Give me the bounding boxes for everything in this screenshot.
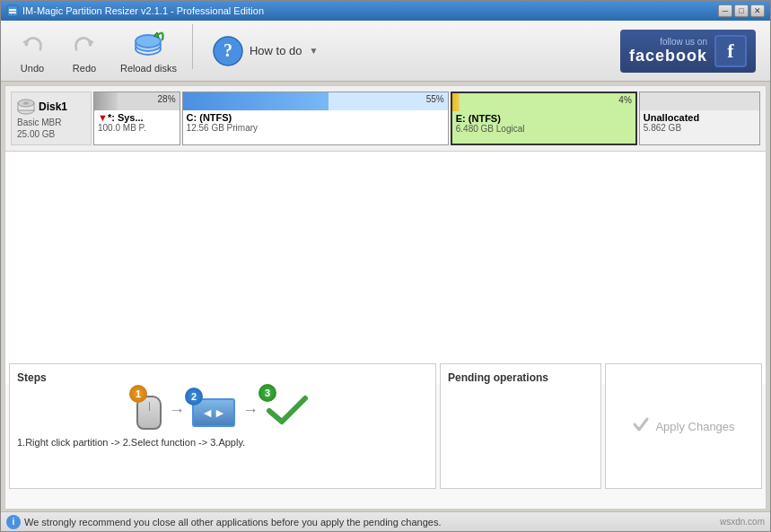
partition-sys[interactable]: 28% ▼*: Sys... 100.0 MB P. [93, 92, 180, 145]
apply-label: Apply Changes [655, 420, 734, 433]
howto-dropdown-icon[interactable]: ▼ [310, 46, 319, 56]
partition-unalloc-name: Unallocated [644, 112, 756, 123]
partition-c-info: C: (NTFS) 12.56 GB Primary [183, 110, 448, 144]
partition-container: 28% ▼*: Sys... 100.0 MB P. [93, 92, 760, 145]
apply-icon [632, 415, 650, 437]
partition-e-fill [452, 93, 460, 111]
toolbar-separator [192, 24, 193, 69]
window-title: IM-Magic Partition Resizer v2.1.1 - Prof… [22, 5, 264, 16]
steps-icons: 1 → 2 ◄► [17, 391, 428, 430]
content-area: Disk1 Basic MBR 25.00 GB 28% [4, 85, 767, 510]
partition-sys-bar: 28% [94, 92, 180, 110]
partition-sys-detail: 100.0 MB P. [98, 123, 176, 133]
redo-button[interactable]: Redo [60, 24, 109, 78]
step1-number: 1 [129, 385, 147, 403]
pending-panel: Pending operations [440, 363, 601, 489]
svg-rect-2 [9, 12, 16, 13]
partition-e-name: E: (NTFS) [456, 113, 632, 124]
status-bar: i We strongly recommend you close all ot… [1, 511, 770, 531]
step1-container: 1 [136, 392, 162, 430]
partition-e-bar: 4% [452, 93, 635, 111]
reload-label: Reload disks [120, 63, 177, 74]
apply-panel: Apply Changes [605, 363, 762, 489]
toolbar: Undo Redo [1, 21, 770, 82]
svg-text:?: ? [223, 40, 232, 60]
partition-unalloc-info: Unallocated 5.862 GB [640, 110, 759, 144]
howto-icon: ? [212, 35, 244, 67]
bottom-section: Steps 1 → 2 [9, 363, 762, 489]
facebook-banner[interactable]: follow us on facebook f [620, 30, 756, 73]
step2-number: 2 [185, 388, 203, 406]
partition-e-detail: 6.480 GB Logical [456, 124, 632, 134]
undo-button[interactable]: Undo [8, 24, 57, 78]
disk-row: Disk1 Basic MBR 25.00 GB 28% [11, 92, 760, 145]
fb-follow-text: follow us on [660, 37, 707, 47]
redo-icon [68, 29, 101, 61]
title-bar: IM-Magic Partition Resizer v2.1.1 - Prof… [1, 1, 770, 21]
partition-sys-pct: 28% [158, 94, 176, 104]
arrow1-icon: → [169, 401, 185, 420]
partition-e[interactable]: 4% E: (NTFS) 6.480 GB Logical [451, 92, 637, 145]
partition-unalloc-bar [640, 92, 759, 110]
steps-title: Steps [17, 371, 428, 384]
toolbar-left: Undo Redo [8, 24, 329, 78]
redo-label: Redo [73, 63, 96, 74]
step3-container: 3 [266, 391, 309, 430]
partition-sys-info: ▼*: Sys... 100.0 MB P. [94, 110, 180, 144]
title-bar-left: IM-Magic Partition Resizer v2.1.1 - Prof… [6, 4, 264, 17]
fb-text: follow us on facebook [629, 37, 707, 65]
main-window: IM-Magic Partition Resizer v2.1.1 - Prof… [0, 0, 771, 532]
undo-label: Undo [21, 63, 44, 74]
status-message: We strongly recommend you close all othe… [24, 517, 442, 528]
workspace [5, 152, 766, 384]
partition-c-bar: 55% [183, 92, 448, 110]
status-watermark: wsxdn.com [720, 517, 765, 527]
partition-sys-fill [94, 92, 118, 110]
disk-panel: Disk1 Basic MBR 25.00 GB 28% [5, 86, 766, 152]
howto-label: How to do [250, 44, 302, 57]
disk-name: Disk1 [39, 100, 67, 113]
partition-c[interactable]: 55% C: (NTFS) 12.56 GB Primary [182, 92, 449, 145]
partition-c-detail: 12.56 GB Primary [187, 123, 444, 133]
partition-unalloc[interactable]: Unallocated 5.862 GB [639, 92, 760, 145]
howto-button[interactable]: ? How to do ▼ [200, 24, 329, 78]
disk-icon [17, 98, 35, 116]
mouse-scroll [149, 402, 150, 411]
partition-e-info: E: (NTFS) 6.480 GB Logical [452, 111, 635, 144]
maximize-button[interactable]: □ [734, 4, 749, 17]
svg-rect-1 [9, 9, 16, 11]
partition-c-fill [183, 92, 329, 110]
steps-description: 1.Right click partition -> 2.Select func… [17, 437, 428, 448]
app-icon [6, 4, 19, 17]
reload-icon [132, 29, 164, 61]
disk-label-top: Disk1 [17, 98, 85, 116]
reload-button[interactable]: Reload disks [112, 24, 185, 78]
fb-name: facebook [629, 47, 707, 65]
step2-container: 2 ◄► [192, 395, 235, 427]
disk-label: Disk1 Basic MBR 25.00 GB [11, 92, 92, 145]
apply-changes-button[interactable]: Apply Changes [621, 408, 745, 444]
arrow2-icon: → [242, 401, 258, 420]
status-info-icon: i [6, 515, 21, 529]
pending-title: Pending operations [448, 371, 593, 384]
partition-c-name: C: (NTFS) [187, 112, 444, 123]
partition-unalloc-detail: 5.862 GB [644, 123, 756, 133]
steps-panel: Steps 1 → 2 [9, 363, 436, 489]
disk-type: Basic MBR [17, 118, 85, 127]
undo-icon [16, 29, 48, 61]
partition-e-pct: 4% [618, 95, 631, 105]
partition-c-pct: 55% [426, 94, 444, 104]
title-bar-controls: ─ □ ✕ [718, 4, 765, 17]
minimize-button[interactable]: ─ [718, 4, 732, 17]
disk-size: 25.00 GB [17, 129, 85, 139]
step3-number: 3 [258, 384, 276, 402]
fb-logo: f [714, 35, 747, 67]
close-button[interactable]: ✕ [750, 4, 765, 17]
partition-sys-name: ▼*: Sys... [98, 112, 176, 123]
svg-point-13 [23, 102, 29, 105]
